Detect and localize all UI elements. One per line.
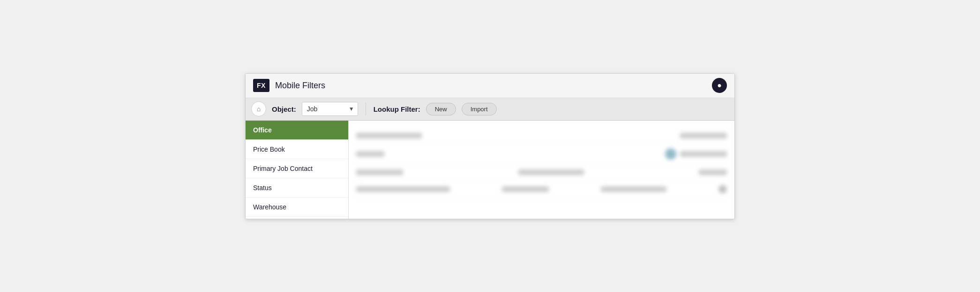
blurred-cell (680, 151, 727, 157)
import-button[interactable]: Import (462, 103, 497, 115)
blurred-cell (699, 169, 727, 175)
sidebar-item-label: Primary Job Contact (253, 165, 313, 172)
blurred-cell (356, 169, 403, 175)
blurred-circle (665, 148, 676, 160)
user-avatar[interactable]: ● (712, 78, 727, 93)
sidebar-item-label: Status (253, 184, 272, 192)
table-row (356, 180, 727, 199)
blurred-cell (502, 186, 549, 192)
blurred-cell (356, 186, 450, 192)
table-row (356, 128, 727, 144)
sidebar-item-primary-job-contact[interactable]: Primary Job Contact (246, 159, 348, 178)
blurred-cell (601, 186, 666, 192)
sidebar-item-label: Office (253, 126, 272, 134)
sidebar-item-status[interactable]: Status (246, 178, 348, 198)
app-logo: FX (253, 79, 269, 92)
table-row (356, 165, 727, 180)
blurred-circle (718, 185, 727, 193)
sidebar-item-quote[interactable]: Quote (246, 217, 348, 219)
sidebar: Office Price Book Primary Job Contact St… (246, 121, 349, 219)
content-area (349, 121, 734, 219)
object-label: Object: (272, 105, 296, 113)
sidebar-item-office[interactable]: Office (246, 121, 348, 140)
table-row (356, 144, 727, 165)
sidebar-item-label: Warehouse (253, 203, 286, 211)
object-select-wrapper: Job Contact Account Opportunity ▼ (302, 102, 358, 116)
user-icon: ● (717, 81, 722, 90)
blurred-cell (356, 151, 384, 157)
blurred-cell (356, 133, 422, 138)
top-bar-left: FX Mobile Filters (253, 79, 325, 92)
app-title: Mobile Filters (275, 81, 325, 91)
content-blurred (349, 124, 734, 215)
home-button[interactable]: ⌂ (251, 101, 266, 116)
main-content: Office Price Book Primary Job Contact St… (246, 121, 734, 219)
sidebar-item-warehouse[interactable]: Warehouse (246, 198, 348, 217)
sidebar-item-price-book[interactable]: Price Book (246, 140, 348, 159)
blurred-cell (680, 133, 727, 138)
app-window: FX Mobile Filters ● ⌂ Object: Job Contac… (245, 73, 735, 219)
blurred-cell (518, 169, 584, 175)
toolbar-divider (366, 102, 366, 115)
lookup-filter-label: Lookup Filter: (374, 105, 420, 113)
object-select[interactable]: Job Contact Account Opportunity (302, 102, 358, 116)
toolbar: ⌂ Object: Job Contact Account Opportunit… (246, 98, 734, 121)
home-icon: ⌂ (257, 105, 261, 113)
blurred-dot-cell (665, 148, 727, 160)
top-bar: FX Mobile Filters ● (246, 74, 734, 98)
sidebar-item-label: Price Book (253, 146, 285, 153)
new-button[interactable]: New (426, 103, 456, 115)
